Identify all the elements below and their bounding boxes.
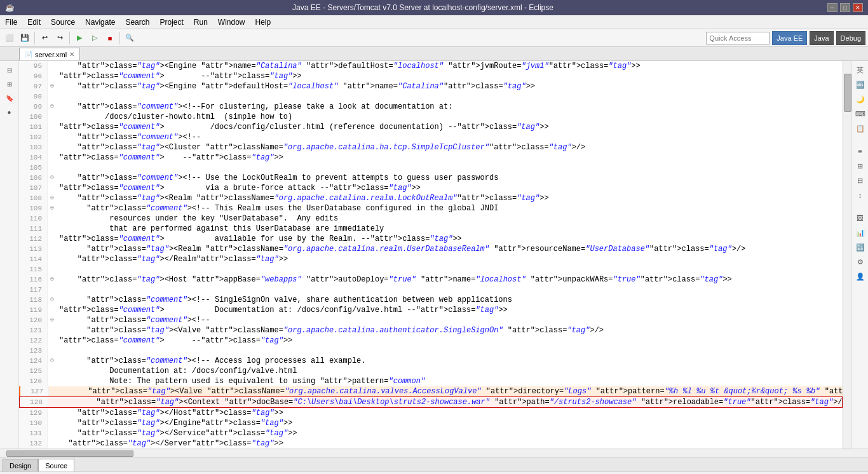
- fold-arrow: [48, 366, 57, 376]
- fold-arrow: [48, 224, 57, 234]
- stop-button[interactable]: ■: [103, 31, 117, 45]
- menu-item-search[interactable]: Search: [120, 15, 154, 29]
- menu-item-file[interactable]: File: [0, 15, 22, 29]
- tab-design[interactable]: Design: [3, 459, 38, 471]
- fold-arrow[interactable]: ⊖: [48, 356, 57, 366]
- vertical-scrollbar[interactable]: [843, 61, 851, 449]
- sidebar-icon-4[interactable]: ⌨: [854, 107, 867, 120]
- line-number: 124: [19, 356, 48, 366]
- table-row: 96"attr">class="comment"> --"attr">class…: [19, 71, 843, 81]
- sidebar-icon-2[interactable]: 🔤: [854, 78, 867, 91]
- fold-arrow[interactable]: ⊖: [48, 102, 57, 112]
- sidebar-icon-5[interactable]: 📋: [854, 122, 867, 135]
- run-button[interactable]: ▷: [88, 31, 102, 45]
- line-number: 118: [19, 295, 48, 305]
- breakpoint-button[interactable]: ●: [3, 105, 16, 118]
- title-icon: ☕: [5, 3, 15, 12]
- tab-source[interactable]: Source: [38, 459, 74, 471]
- fold-arrow[interactable]: ⊖: [48, 315, 57, 325]
- code-scroll-area[interactable]: 95 "attr">class="tag"><Engine "attr">nam…: [19, 61, 843, 449]
- sidebar-icon-1[interactable]: 英: [854, 64, 867, 76]
- minimize-button[interactable]: ─: [827, 3, 837, 12]
- collapse-all-button[interactable]: ⊟: [3, 64, 16, 76]
- code-content: "attr">class="comment"><!--For clusterin…: [57, 102, 843, 112]
- code-content: "attr">class="comment"><!--: [57, 132, 843, 142]
- sidebar-icon-9[interactable]: ↕: [854, 189, 867, 201]
- toolbar-separator-1: [34, 32, 35, 44]
- sidebar-icon-10[interactable]: 🖼: [854, 212, 867, 224]
- line-number: 114: [19, 254, 48, 264]
- menu-item-project[interactable]: Project: [154, 15, 188, 29]
- sidebar-icon-11[interactable]: 📊: [854, 226, 867, 239]
- maximize-button[interactable]: □: [840, 3, 850, 12]
- tab-server-xml[interactable]: 📄 server.xml ✕: [19, 48, 80, 60]
- java-ee-perspective-button[interactable]: Java EE: [772, 31, 807, 45]
- main-content: ⊟ ⊞ 🔖 ● 95 "attr">class="tag"><Engine "a…: [0, 61, 868, 449]
- code-content: "attr">class="comment"> available for us…: [57, 234, 843, 244]
- fold-arrow[interactable]: ⊖: [48, 173, 57, 183]
- line-number: 102: [19, 132, 48, 142]
- line-number: 111: [19, 224, 48, 234]
- debug-button[interactable]: ▶: [72, 31, 86, 45]
- table-row: 102 "attr">class="comment"><!--: [19, 132, 843, 142]
- table-row: 99⊖ "attr">class="comment"><!--For clust…: [19, 102, 843, 112]
- line-number: 98: [19, 91, 48, 102]
- code-content: "attr">class="tag"><Realm "attr">classNa…: [57, 244, 843, 254]
- new-button[interactable]: ⬜: [3, 31, 17, 45]
- sidebar-icon-6[interactable]: ≡: [854, 145, 867, 158]
- line-number: 127: [20, 386, 49, 396]
- menu-item-source[interactable]: Source: [46, 15, 80, 29]
- fold-arrow[interactable]: ⊖: [48, 274, 57, 285]
- fold-arrow: [48, 285, 57, 295]
- line-number: 100: [19, 112, 48, 122]
- redo-button[interactable]: ↪: [53, 31, 67, 45]
- fold-arrow[interactable]: ⊖: [48, 193, 57, 203]
- sidebar-icon-7[interactable]: ⊞: [854, 159, 867, 172]
- horizontal-scrollbar-thumb[interactable]: [6, 450, 133, 457]
- horizontal-scrollbar[interactable]: [0, 449, 868, 457]
- line-number: 110: [19, 213, 48, 224]
- sidebar-icon-13[interactable]: ⚙: [854, 255, 867, 268]
- line-number: 129: [19, 408, 48, 418]
- search-button[interactable]: 🔍: [123, 31, 137, 45]
- menu-item-edit[interactable]: Edit: [22, 15, 46, 29]
- fold-arrow: [48, 213, 57, 224]
- code-content: "attr">class="comment"><!-- Use the Lock…: [57, 173, 843, 183]
- fold-arrow: [48, 234, 57, 244]
- menu-item-window[interactable]: Window: [213, 15, 250, 29]
- undo-button[interactable]: ↩: [37, 31, 51, 45]
- tab-close-button[interactable]: ✕: [69, 51, 74, 58]
- code-content: [57, 264, 843, 274]
- menu-item-help[interactable]: Help: [250, 15, 276, 29]
- code-content: "attr">class="tag"><Valve "attr">classNa…: [57, 325, 843, 335]
- menu-item-run[interactable]: Run: [189, 15, 213, 29]
- debug-perspective-button[interactable]: Debug: [836, 31, 865, 45]
- table-row: 106⊖ "attr">class="comment"><!-- Use the…: [19, 173, 843, 183]
- sidebar-icon-12[interactable]: 🔣: [854, 241, 867, 254]
- fold-arrow[interactable]: ⊖: [48, 81, 57, 91]
- fold-arrow: [48, 122, 57, 132]
- menu-item-navigate[interactable]: Navigate: [80, 15, 120, 29]
- save-button[interactable]: 💾: [18, 31, 32, 45]
- sidebar-icon-14[interactable]: 👤: [854, 270, 867, 283]
- left-gutter: ⊟ ⊞ 🔖 ●: [0, 61, 19, 449]
- code-content: resources under the key "UserDatabase". …: [57, 213, 843, 224]
- expand-all-button[interactable]: ⊞: [3, 78, 16, 90]
- fold-arrow: [49, 386, 58, 396]
- fold-arrow: [48, 61, 57, 71]
- code-content: "attr">class="tag"><Engine "attr">defaul…: [57, 81, 843, 91]
- fold-arrow[interactable]: ⊖: [48, 295, 57, 305]
- quick-access-input[interactable]: [706, 32, 770, 44]
- sidebar-icon-8[interactable]: ⊟: [854, 174, 867, 187]
- scrollbar-thumb[interactable]: [844, 74, 851, 112]
- code-content: "attr">class="comment"> via a brute-forc…: [57, 183, 843, 193]
- bookmark-button[interactable]: 🔖: [3, 91, 16, 104]
- line-number: 95: [19, 61, 48, 71]
- java-perspective-button[interactable]: Java: [810, 31, 833, 45]
- close-button[interactable]: ✕: [853, 3, 863, 12]
- sidebar-icon-3[interactable]: 🌙: [854, 93, 867, 105]
- toolbar-separator-3: [119, 32, 120, 44]
- table-row: 119"attr">class="comment"> Documentation…: [19, 305, 843, 315]
- quick-access-area: Java EE Java Debug: [706, 31, 865, 45]
- fold-arrow[interactable]: ⊖: [48, 203, 57, 213]
